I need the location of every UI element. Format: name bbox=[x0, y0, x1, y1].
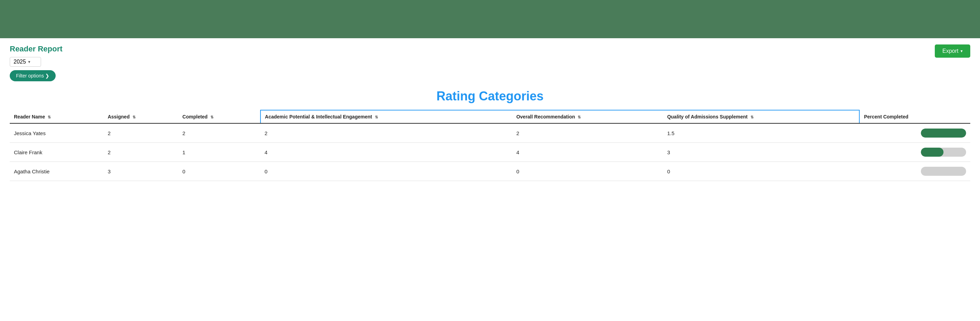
year-value: 2025 bbox=[14, 59, 26, 65]
filter-button-label: Filter options bbox=[16, 73, 44, 79]
sort-icon-quality: ⇅ bbox=[751, 115, 754, 120]
percent-bar-track bbox=[921, 128, 966, 138]
cell-academic: 2 bbox=[261, 123, 512, 143]
sort-icon-academic: ⇅ bbox=[375, 115, 378, 120]
page-content: Reader Report 2025 ▾ Export ▾ Filter opt… bbox=[0, 38, 980, 195]
cell-assigned: 3 bbox=[103, 162, 178, 181]
cell-overall: 0 bbox=[512, 162, 663, 181]
cell-assigned: 2 bbox=[103, 143, 178, 162]
cell-academic: 4 bbox=[261, 143, 512, 162]
export-label: Export bbox=[942, 48, 958, 54]
col-label-quality: Quality of Admissions Supplement bbox=[667, 114, 747, 120]
col-header-completed[interactable]: Completed ⇅ bbox=[178, 110, 261, 123]
cell-academic: 0 bbox=[261, 162, 512, 181]
export-caret-icon: ▾ bbox=[961, 49, 963, 54]
export-button[interactable]: Export ▾ bbox=[935, 44, 970, 58]
sort-icon-reader-name: ⇅ bbox=[48, 115, 51, 120]
filter-arrow-icon: ❯ bbox=[45, 73, 49, 79]
sort-icon-completed: ⇅ bbox=[210, 115, 213, 120]
filter-options-button[interactable]: Filter options ❯ bbox=[10, 70, 56, 81]
report-table: Reader Name ⇅ Assigned ⇅ Completed ⇅ Aca… bbox=[10, 110, 970, 181]
sort-icon-assigned: ⇅ bbox=[132, 115, 136, 120]
percent-bar-track bbox=[921, 167, 966, 176]
col-label-reader-name: Reader Name bbox=[14, 114, 45, 120]
col-header-quality[interactable]: Quality of Admissions Supplement ⇅ bbox=[663, 110, 859, 123]
percent-bar-container bbox=[864, 128, 966, 138]
percent-bar-container bbox=[864, 167, 966, 176]
cell-quality: 1.5 bbox=[663, 123, 859, 143]
cell-overall: 4 bbox=[512, 143, 663, 162]
table-row: Agatha Christie30000 bbox=[10, 162, 970, 181]
percent-bar-container bbox=[864, 148, 966, 157]
table-body: Jessica Yates22221.5Claire Frank21443Aga… bbox=[10, 123, 970, 181]
col-label-overall: Overall Recommendation bbox=[516, 114, 575, 120]
cell-percent-completed bbox=[859, 162, 970, 181]
col-header-reader-name[interactable]: Reader Name ⇅ bbox=[10, 110, 103, 123]
table-row: Jessica Yates22221.5 bbox=[10, 123, 970, 143]
table-row: Claire Frank21443 bbox=[10, 143, 970, 162]
col-header-percent: Percent Completed bbox=[859, 110, 970, 123]
cell-overall: 2 bbox=[512, 123, 663, 143]
top-banner bbox=[0, 0, 980, 38]
percent-bar-fill bbox=[921, 148, 943, 157]
cell-reader_name: Jessica Yates bbox=[10, 123, 103, 143]
col-label-completed: Completed bbox=[183, 114, 208, 120]
cell-quality: 3 bbox=[663, 143, 859, 162]
col-label-percent: Percent Completed bbox=[864, 114, 908, 120]
header-right: Export ▾ bbox=[935, 44, 970, 58]
col-header-assigned[interactable]: Assigned ⇅ bbox=[103, 110, 178, 123]
cell-completed: 1 bbox=[178, 143, 261, 162]
header-left: Reader Report 2025 ▾ bbox=[10, 44, 935, 67]
page-header: Reader Report 2025 ▾ Export ▾ bbox=[10, 44, 970, 67]
table-header-row: Reader Name ⇅ Assigned ⇅ Completed ⇅ Aca… bbox=[10, 110, 970, 123]
col-header-academic[interactable]: Academic Potential & Intellectual Engage… bbox=[261, 110, 512, 123]
percent-bar-fill bbox=[921, 128, 966, 138]
cell-reader_name: Claire Frank bbox=[10, 143, 103, 162]
year-caret-icon: ▾ bbox=[28, 59, 30, 64]
cell-percent-completed bbox=[859, 143, 970, 162]
cell-quality: 0 bbox=[663, 162, 859, 181]
cell-completed: 0 bbox=[178, 162, 261, 181]
page-title: Reader Report bbox=[10, 44, 935, 54]
col-header-overall[interactable]: Overall Recommendation ⇅ bbox=[512, 110, 663, 123]
year-selector[interactable]: 2025 ▾ bbox=[10, 57, 41, 67]
section-title: Rating Categories bbox=[10, 89, 970, 104]
cell-reader_name: Agatha Christie bbox=[10, 162, 103, 181]
percent-bar-track bbox=[921, 148, 966, 157]
cell-percent-completed bbox=[859, 123, 970, 143]
col-label-academic: Academic Potential & Intellectual Engage… bbox=[265, 114, 372, 120]
col-label-assigned: Assigned bbox=[108, 114, 130, 120]
cell-completed: 2 bbox=[178, 123, 261, 143]
cell-assigned: 2 bbox=[103, 123, 178, 143]
sort-icon-overall: ⇅ bbox=[578, 115, 581, 120]
